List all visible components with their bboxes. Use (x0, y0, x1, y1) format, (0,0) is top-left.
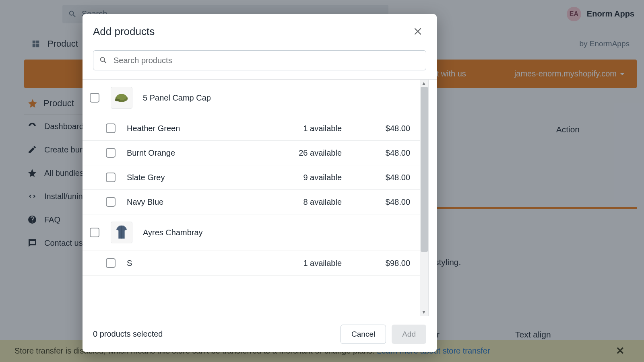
variant-name: Heather Green (127, 124, 180, 133)
close-icon (413, 26, 423, 37)
product-search-box[interactable] (93, 50, 426, 70)
add-button[interactable]: Add (392, 325, 426, 344)
checkbox[interactable] (106, 173, 116, 182)
variant-name: S (127, 259, 132, 268)
variant-row[interactable]: Slate Grey 9 available $48.00 (83, 165, 420, 190)
variant-availability: 1 available (303, 259, 342, 268)
modal-title: Add products (93, 25, 155, 38)
variant-price: $48.00 (358, 173, 410, 182)
product-row[interactable]: 5 Panel Camp Cap (83, 80, 420, 116)
product-list: 5 Panel Camp Cap Heather Green 1 availab… (83, 80, 420, 316)
product-search-input[interactable] (114, 56, 420, 65)
scroll-down-icon[interactable]: ▼ (421, 309, 427, 315)
variant-name: Navy Blue (127, 197, 163, 207)
checkbox[interactable] (106, 258, 116, 268)
checkbox[interactable] (106, 197, 116, 207)
selected-count: 0 products selected (93, 329, 163, 339)
variant-availability: 26 available (299, 148, 342, 158)
variant-availability: 1 available (303, 124, 342, 133)
checkbox[interactable] (90, 93, 99, 103)
variant-price: $48.00 (358, 148, 410, 158)
product-row[interactable]: Ayres Chambray (83, 214, 420, 251)
shirt-icon (112, 223, 131, 242)
scroll-thumb[interactable] (421, 87, 428, 252)
variant-row[interactable]: Burnt Orange 26 available $48.00 (83, 141, 420, 165)
modal-close-button[interactable] (411, 25, 425, 38)
checkbox[interactable] (90, 228, 99, 237)
product-thumb (111, 87, 132, 109)
variant-name: Slate Grey (127, 173, 165, 182)
variant-row[interactable]: Navy Blue 8 available $48.00 (83, 190, 420, 214)
variant-price: $48.00 (358, 124, 410, 133)
svg-point-2 (115, 99, 120, 101)
modal-body: ▲ ▼ 5 Panel Camp Cap Heather Green 1 ava… (83, 79, 437, 316)
cancel-button[interactable]: Cancel (341, 325, 386, 344)
modal-header: Add products (83, 14, 437, 46)
checkbox[interactable] (106, 148, 116, 158)
variant-name: Burnt Orange (127, 148, 175, 158)
variant-row[interactable]: Heather Green 1 available $48.00 (83, 116, 420, 141)
scroll-up-icon[interactable]: ▲ (421, 80, 427, 86)
add-products-modal: Add products ▲ ▼ 5 Panel Camp Cap Heathe… (83, 14, 437, 352)
product-name: Ayres Chambray (143, 228, 203, 237)
variant-row[interactable]: S 1 available $98.00 (83, 251, 420, 276)
variant-availability: 8 available (303, 197, 342, 207)
variant-price: $48.00 (358, 197, 410, 207)
variant-price: $98.00 (358, 259, 410, 268)
checkbox[interactable] (106, 123, 116, 133)
product-thumb (111, 222, 132, 243)
variant-availability: 9 available (303, 173, 342, 182)
search-icon (99, 56, 108, 65)
cap-icon (112, 88, 131, 107)
modal-footer: 0 products selected Cancel Add (83, 316, 437, 352)
product-name: 5 Panel Camp Cap (143, 93, 211, 103)
